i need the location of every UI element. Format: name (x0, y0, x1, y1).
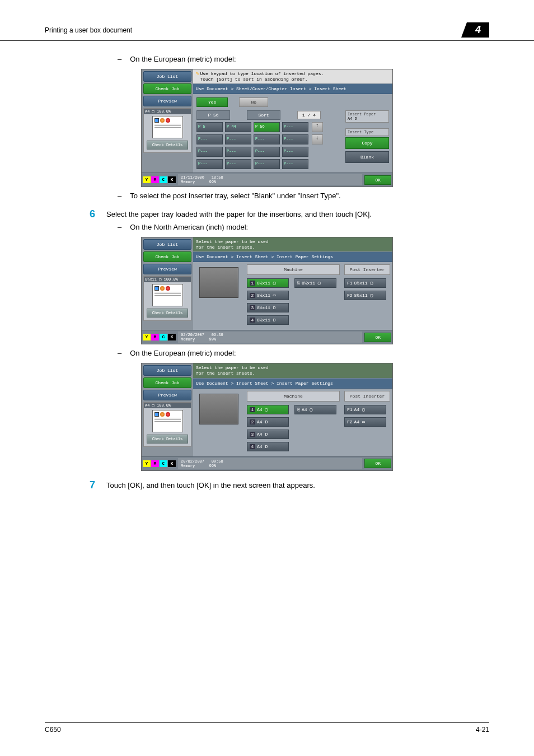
tray-1-button[interactable]: 1A4 ▢ (247, 405, 289, 414)
footer-page: 4-21 (476, 726, 489, 734)
pi-tray-1-button[interactable]: F1A4 ▢ (344, 405, 386, 414)
doc-thumbnail (152, 410, 183, 432)
tray-4-button[interactable]: 48½x11 D (247, 315, 289, 325)
step-7-number: 7 (90, 479, 106, 491)
pg-btn[interactable]: P 44 (225, 122, 251, 132)
tray-2-button[interactable]: 28½x11 ▭ (247, 291, 289, 300)
timestamp: 02/20/2007 09:39Memory 99% (178, 332, 362, 343)
preview-button[interactable]: Preview (143, 390, 191, 400)
pg-btn[interactable]: P--- (282, 134, 308, 144)
insert-type-label: Insert Type (345, 128, 389, 136)
pi-tray-1-button[interactable]: F18½x11 ▢ (344, 278, 386, 288)
pg-btn[interactable]: P--- (196, 134, 223, 144)
job-list-button[interactable]: Job List (143, 365, 191, 376)
page-label: P 56 (196, 110, 230, 120)
check-details-button[interactable]: Check Details (147, 435, 188, 444)
thumb-label: A4 ▢ 100.0% (144, 403, 191, 408)
blank-button[interactable]: Blank (345, 151, 389, 163)
pg-btn[interactable]: P--- (254, 147, 280, 157)
pg-btn[interactable]: P--- (282, 147, 308, 157)
preview-button[interactable]: Preview (143, 96, 191, 106)
tray-4-button[interactable]: 4A4 D (247, 442, 289, 451)
message-bar: Select the paper to be used for the inse… (193, 237, 392, 251)
message-bar: ✎Use keypad to type location of inserted… (193, 69, 392, 83)
breadcrumb: Use Document > Insert Sheet > Insert Pap… (193, 378, 392, 389)
machine-header: Machine (247, 264, 340, 275)
ymck-indicator: YMCK (143, 334, 176, 340)
ymck-indicator: YMCK (143, 176, 176, 183)
ok-button[interactable]: OK (364, 459, 391, 468)
step-7-text: Touch [OK], and then touch [OK] in the n… (106, 479, 315, 491)
ok-button[interactable]: OK (364, 175, 391, 185)
step-6-number: 6 (90, 208, 106, 220)
tray-3-button[interactable]: 38½x11 D (247, 303, 289, 312)
pg-btn[interactable]: P--- (254, 159, 280, 169)
pg-btn[interactable]: P--- (196, 159, 223, 169)
pg-btn[interactable]: P--- (225, 147, 251, 157)
up-arrow-button[interactable]: ↑ (312, 122, 323, 132)
machine-header: Machine (247, 391, 340, 402)
pg-btn[interactable]: P--- (225, 134, 251, 144)
message-bar: Select the paper to be used for the inse… (193, 363, 392, 377)
post-inserter-header: Post Inserter (344, 264, 390, 275)
sort-button[interactable]: Sort (247, 110, 280, 120)
thumb-label: A4 ▢ 100.0% (144, 109, 191, 114)
ymck-indicator: YMCK (143, 460, 176, 467)
pg-btn[interactable]: P--- (282, 159, 308, 169)
printer-icon (199, 394, 238, 424)
panel-insert-sheet: Job List Check Job Preview A4 ▢ 100.0% C… (141, 69, 393, 187)
bullet-post-inserter: To select the post inserter tray, select… (118, 192, 489, 200)
doc-thumbnail (152, 284, 183, 306)
pg-btn[interactable]: P--- (225, 159, 251, 169)
preview-button[interactable]: Preview (143, 264, 191, 274)
pg-btn[interactable]: P 56 (254, 122, 280, 132)
insert-paper-label: Insert PaperA4 D (345, 110, 389, 123)
job-list-button[interactable]: Job List (143, 239, 191, 250)
down-arrow-button[interactable]: ↓ (312, 134, 323, 144)
tray-2-button[interactable]: 2A4 D (247, 417, 289, 427)
panel-paper-settings-metric: Job List Check Job Preview A4 ▢ 100.0% C… (141, 363, 393, 470)
pg-btn[interactable]: P--- (196, 147, 223, 157)
timestamp: 21/11/2006 18:58Memory 99% (178, 174, 362, 185)
printer-icon (199, 267, 238, 298)
pi-tray-2-button[interactable]: F28½x11 ▢ (344, 291, 386, 300)
chapter-badge: 4 (461, 22, 489, 38)
pg-btn[interactable]: P--- (254, 134, 280, 144)
manual-tray-button[interactable]: ⎘A4 ▢ (294, 405, 336, 414)
yes-button[interactable]: Yes (196, 97, 228, 107)
page-counter: 1 / 4 (297, 111, 321, 119)
bullet-na: On the North American (inch) model: (118, 223, 489, 231)
no-button[interactable]: No (239, 97, 268, 107)
post-inserter-header: Post Inserter (344, 391, 390, 402)
ok-button[interactable]: OK (364, 333, 391, 342)
pencil-icon: ✎ (196, 71, 199, 77)
footer-model: C650 (45, 726, 61, 734)
pi-tray-2-button[interactable]: F2A4 ▭ (344, 417, 386, 427)
check-details-button[interactable]: Check Details (147, 309, 188, 318)
check-job-button[interactable]: Check Job (143, 377, 191, 388)
doc-thumbnail (152, 116, 183, 138)
tray-1-button[interactable]: 18½x11 ▢ (247, 278, 289, 288)
tray-3-button[interactable]: 3A4 D (247, 430, 289, 439)
job-list-button[interactable]: Job List (143, 71, 191, 82)
breadcrumb: Use Document > Sheet/Cover/Chapter Inser… (193, 83, 392, 94)
thumb-label: 8½x11 ▢ 100.0% (144, 277, 191, 282)
check-job-button[interactable]: Check Job (143, 251, 191, 262)
bullet-euro-2: On the European (metric) model: (118, 349, 489, 357)
page-grid: P 5 P 44 P 56 P--- P--- P--- P--- P--- P… (196, 122, 308, 169)
manual-tray-button[interactable]: ⎘8½x11 ▢ (294, 278, 336, 288)
check-details-button[interactable]: Check Details (147, 141, 188, 150)
pg-btn[interactable]: P 5 (196, 122, 223, 132)
panel-paper-settings-inch: Job List Check Job Preview 8½x11 ▢ 100.0… (141, 237, 393, 344)
check-job-button[interactable]: Check Job (143, 83, 191, 94)
bullet-euro-1: On the European (metric) model: (118, 55, 489, 63)
pg-btn[interactable]: P--- (282, 122, 308, 132)
step-6-text: Select the paper tray loaded with the pa… (106, 208, 372, 220)
breadcrumb: Use Document > Insert Sheet > Insert Pap… (193, 251, 392, 262)
header-title: Printing a user box document (45, 26, 132, 34)
copy-button[interactable]: Copy (345, 137, 389, 149)
timestamp: 20/02/2007 09:58Memory 99% (178, 458, 362, 469)
